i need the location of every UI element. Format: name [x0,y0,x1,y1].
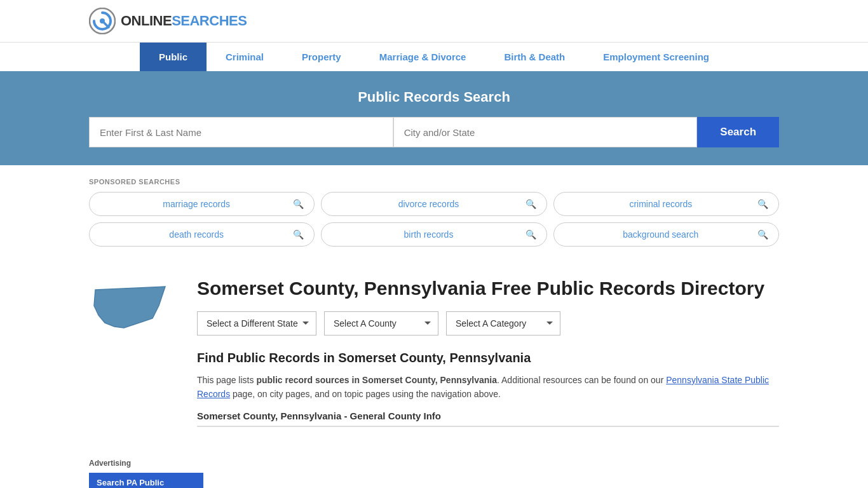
sponsored-label: SPONSORED SEARCHES [89,178,779,186]
desc-bold: public record sources in Somerset County… [256,375,497,385]
sponsored-background-text: background search [564,229,757,240]
desc-part1: This page lists [197,375,256,385]
sponsored-marriage-text: marriage records [100,199,293,209]
sponsored-criminal[interactable]: criminal records 🔍 [553,192,779,216]
find-records-title: Find Public Records in Somerset County, … [197,351,779,365]
state-dropdown[interactable]: Select a Different State [197,311,316,336]
svg-marker-3 [94,287,165,328]
search-icon-4: 🔍 [526,229,536,240]
desc-part2: . Additional resources can be found on o… [497,375,666,385]
location-input[interactable] [393,117,698,147]
sidebar: Advertising Search PA Public Records PA … [89,459,216,488]
search-icon-3: 🔍 [293,229,304,240]
general-info-text: Somerset County, Pennsylvania - General … [197,410,441,421]
county-content: Somerset County, Pennsylvania Free Publi… [197,277,779,427]
sidebar-ad-label: Advertising [89,459,203,468]
dropdowns-row: Select a Different State Select A County… [197,311,779,336]
page-layout: Advertising Search PA Public Records PA … [0,459,868,488]
sponsored-background[interactable]: background search 🔍 [553,222,779,247]
county-title: Somerset County, Pennsylvania Free Publi… [197,277,779,300]
pennsylvania-map-svg [89,277,172,341]
sponsored-birth[interactable]: birth records 🔍 [321,222,546,247]
search-banner-title: Public Records Search [89,89,779,105]
search-icon-1: 🔍 [526,199,536,209]
search-icon-2: 🔍 [757,199,768,209]
category-dropdown[interactable]: Select A Category [446,311,560,336]
sponsored-birth-text: birth records [332,229,525,240]
description-text: This page lists public record sources in… [197,373,779,402]
sponsored-criminal-text: criminal records [564,199,757,209]
sponsored-divorce[interactable]: divorce records 🔍 [321,192,546,216]
logo-icon [89,8,116,34]
logo: ONLINESEARCHES [89,8,247,34]
search-icon-0: 🔍 [293,199,304,209]
state-map [89,277,178,427]
name-input[interactable] [89,117,393,147]
nav-marriage-divorce[interactable]: Marriage & Divorce [360,43,485,71]
main-content: SPONSORED SEARCHES marriage records 🔍 di… [0,165,868,459]
sponsored-divorce-text: divorce records [332,199,525,209]
sponsored-death[interactable]: death records 🔍 [89,222,315,247]
general-info-bar: Somerset County, Pennsylvania - General … [197,410,779,427]
sidebar-ad-button[interactable]: Search PA Public Records [89,473,203,488]
sponsored-death-text: death records [100,229,293,240]
nav-birth-death[interactable]: Birth & Death [485,43,584,71]
header: ONLINESEARCHES [0,0,868,42]
nav-property[interactable]: Property [283,43,360,71]
main-nav: Public Criminal Property Marriage & Divo… [0,42,868,71]
search-button[interactable]: Search [697,117,779,147]
sponsored-grid: marriage records 🔍 divorce records 🔍 cri… [89,192,779,247]
search-form: Search [89,117,779,147]
county-section: Somerset County, Pennsylvania Free Publi… [89,264,779,440]
desc-part3: page, on city pages, and on topic pages … [230,389,501,399]
logo-text: ONLINESEARCHES [121,13,247,29]
search-banner: Public Records Search Search [0,71,868,165]
svg-line-2 [104,23,109,27]
nav-employment[interactable]: Employment Screening [584,43,728,71]
nav-public[interactable]: Public [140,43,207,71]
nav-criminal[interactable]: Criminal [207,43,283,71]
sponsored-marriage[interactable]: marriage records 🔍 [89,192,315,216]
search-icon-5: 🔍 [757,229,768,240]
county-dropdown[interactable]: Select A County [324,311,438,336]
